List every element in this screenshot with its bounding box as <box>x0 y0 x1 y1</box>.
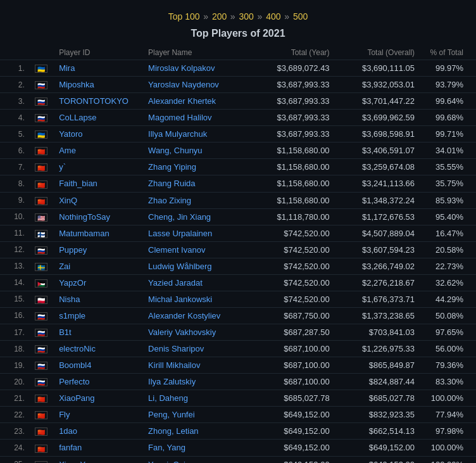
player-id-cell[interactable]: Perfecto <box>54 374 143 390</box>
player-name-cell[interactable]: Youqi, Cai <box>143 456 256 463</box>
rank-cell: 11. <box>0 225 28 241</box>
player-id-cell[interactable]: 1dao <box>54 423 143 440</box>
total-year-cell: $1,158,680.00 <box>256 143 334 159</box>
flag-icon: 🇨🇳 <box>35 181 47 189</box>
flag-icon: 🇷🇺 <box>35 362 47 370</box>
player-name-cell[interactable]: Ludwig Wåhlberg <box>143 258 256 274</box>
player-id-cell[interactable]: CoLLapse <box>54 110 143 126</box>
flag-icon: 🇨🇳 <box>35 428 47 436</box>
flag-cell: 🇨🇳 <box>28 456 54 463</box>
pct-cell: 32.62% <box>420 274 476 291</box>
flag-cell: 🇨🇳 <box>28 192 54 208</box>
total-overall-cell: $3,607,594.23 <box>335 241 420 258</box>
total-year-cell: $687,287.50 <box>256 324 334 341</box>
pct-cell: 85.93% <box>420 192 476 208</box>
player-id-cell[interactable]: Puppey <box>54 241 143 258</box>
total-year-cell: $649,152.00 <box>256 456 334 463</box>
flag-icon: 🇨🇳 <box>35 163 47 172</box>
flag-icon: 🇨🇳 <box>35 461 47 463</box>
nav-500[interactable]: 500 <box>293 11 308 22</box>
total-overall-cell: $2,276,218.67 <box>335 274 420 291</box>
player-id-cell[interactable]: electroNic <box>54 341 143 357</box>
col-flag <box>28 46 54 60</box>
player-id-cell[interactable]: NothingToSay <box>54 208 143 225</box>
rank-cell: 8. <box>0 175 28 192</box>
player-name-cell[interactable]: Alexander Khertek <box>143 93 256 110</box>
total-year-cell: $1,118,780.00 <box>256 208 334 225</box>
pct-cell: 77.94% <box>420 407 476 423</box>
player-name-cell[interactable]: Lasse Urpalainen <box>143 225 256 241</box>
player-id-cell[interactable]: Ame <box>54 143 143 159</box>
rank-cell: 2. <box>0 77 28 93</box>
player-id-cell[interactable]: XinQ <box>54 192 143 208</box>
rank-cell: 17. <box>0 324 28 341</box>
player-id-cell[interactable]: Boombl4 <box>54 357 143 374</box>
player-name-cell[interactable]: Zhang Yiping <box>143 159 256 175</box>
player-name-cell[interactable]: Yazied Jaradat <box>143 274 256 291</box>
total-overall-cell: $1,676,373.71 <box>335 291 420 307</box>
total-overall-cell: $3,241,113.66 <box>335 175 420 192</box>
total-overall-cell: $703,841.03 <box>335 324 420 341</box>
player-id-cell[interactable]: Nisha <box>54 291 143 307</box>
player-name-cell[interactable]: Ilya Zalutskiy <box>143 374 256 390</box>
player-id-cell[interactable]: YapzOr <box>54 274 143 291</box>
player-id-cell[interactable]: B1t <box>54 324 143 341</box>
player-name-cell[interactable]: Li, Daheng <box>143 390 256 407</box>
player-name-cell[interactable]: Wang, Chunyu <box>143 143 256 159</box>
player-id-cell[interactable]: Yatoro <box>54 126 143 143</box>
player-name-cell[interactable]: Magomed Halilov <box>143 110 256 126</box>
player-id-cell[interactable]: s1mple <box>54 307 143 324</box>
flag-icon: 🇷🇺 <box>35 246 47 255</box>
player-id-cell[interactable]: XiaoPang <box>54 390 143 407</box>
player-name-cell[interactable]: Illya Mulyarchuk <box>143 126 256 143</box>
flag-cell: 🇷🇺 <box>28 110 54 126</box>
rank-cell: 19. <box>0 357 28 374</box>
flag-icon: 🇸🇪 <box>35 263 47 271</box>
player-name-cell[interactable]: Yaroslav Naydenov <box>143 77 256 93</box>
flag-icon: 🇺🇦 <box>35 65 47 73</box>
player-name-cell[interactable]: Zhao Zixing <box>143 192 256 208</box>
player-id-cell[interactable]: XiangYu <box>54 456 143 463</box>
flag-cell: 🇯🇴 <box>28 274 54 291</box>
player-id-cell[interactable]: Mira <box>54 60 143 77</box>
player-name-cell[interactable]: Denis Sharipov <box>143 341 256 357</box>
total-year-cell: $3,687,993.33 <box>256 126 334 143</box>
rank-cell: 6. <box>0 143 28 159</box>
player-id-cell[interactable]: Zai <box>54 258 143 274</box>
flag-icon: 🇷🇺 <box>35 378 47 386</box>
player-name-cell[interactable]: Fan, Yang <box>143 440 256 456</box>
flag-cell: 🇷🇺 <box>28 307 54 324</box>
table-row: 13. 🇸🇪 Zai Ludwig Wåhlberg $742,520.00 $… <box>0 258 476 274</box>
player-id-cell[interactable]: fanfan <box>54 440 143 456</box>
player-id-cell[interactable]: Miposhka <box>54 77 143 93</box>
table-row: 17. 🇷🇺 B1t Valeriy Vakhovskiy $687,287.5… <box>0 324 476 341</box>
player-name-cell[interactable]: Peng, Yunfei <box>143 407 256 423</box>
nav-top100[interactable]: Top 100 <box>168 11 200 22</box>
flag-icon: 🇷🇺 <box>35 98 47 106</box>
rank-cell: 25. <box>0 456 28 463</box>
player-name-cell[interactable]: Zhong, Letian <box>143 423 256 440</box>
player-name-cell[interactable]: Michał Jankowski <box>143 291 256 307</box>
player-id-cell[interactable]: y` <box>54 159 143 175</box>
table-row: 22. 🇨🇳 Fly Peng, Yunfei $649,152.00 $832… <box>0 407 476 423</box>
player-name-cell[interactable]: Cheng, Jin Xiang <box>143 208 256 225</box>
nav-400[interactable]: 400 <box>266 11 280 22</box>
rank-cell: 22. <box>0 407 28 423</box>
flag-cell: 🇨🇳 <box>28 390 54 407</box>
total-year-cell: $3,689,072.43 <box>256 60 334 77</box>
col-pct: % of Total <box>420 46 476 60</box>
player-id-cell[interactable]: TORONTOTOKYO <box>54 93 143 110</box>
player-id-cell[interactable]: Faith_bian <box>54 175 143 192</box>
player-id-cell[interactable]: Matumbaman <box>54 225 143 241</box>
player-name-cell[interactable]: Alexander Kostyliev <box>143 307 256 324</box>
player-name-cell[interactable]: Kirill Mikhailov <box>143 357 256 374</box>
table-row: 24. 🇨🇳 fanfan Fan, Yang $649,152.00 $649… <box>0 440 476 456</box>
total-year-cell: $742,520.00 <box>256 225 334 241</box>
player-name-cell[interactable]: Valeriy Vakhovskiy <box>143 324 256 341</box>
player-id-cell[interactable]: Fly <box>54 407 143 423</box>
nav-300[interactable]: 300 <box>239 11 254 22</box>
player-name-cell[interactable]: Zhang Ruida <box>143 175 256 192</box>
player-name-cell[interactable]: Clement Ivanov <box>143 241 256 258</box>
player-name-cell[interactable]: Miroslav Kolpakov <box>143 60 256 77</box>
nav-200[interactable]: 200 <box>212 11 227 22</box>
